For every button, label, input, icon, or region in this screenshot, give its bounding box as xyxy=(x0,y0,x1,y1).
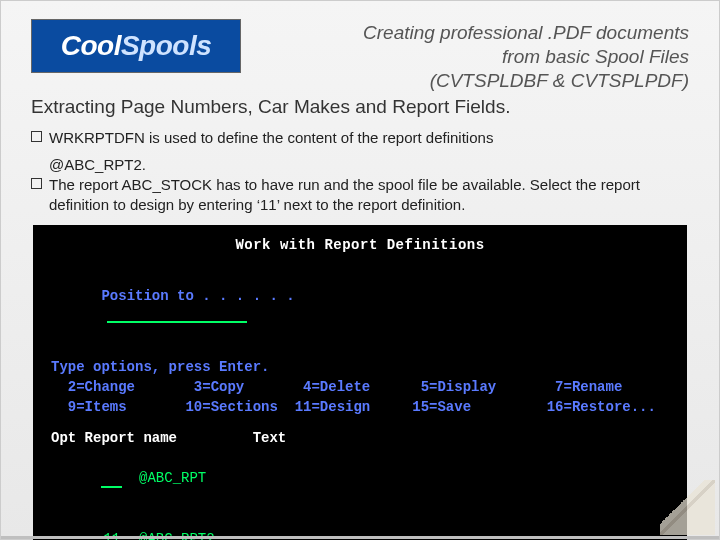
coolspools-logo: CoolSpools xyxy=(31,19,241,73)
spacer xyxy=(51,347,669,357)
bullet-2-text: The report ABC_STOCK has to have run and… xyxy=(49,175,689,216)
corner-decoration-icon xyxy=(660,480,715,535)
subtitle: Extracting Page Numbers, Car Makes and R… xyxy=(31,96,689,118)
bullet-1: WRKRPTDFN is used to define the content … xyxy=(31,128,689,148)
title-line3: (CVTSPLDBF & CVTSPLPDF) xyxy=(253,69,689,93)
position-input[interactable] xyxy=(107,309,247,323)
opt-input[interactable] xyxy=(101,470,122,488)
bullet-1-text: WRKRPTDFN is used to define the content … xyxy=(49,128,493,148)
table-row: 11 @ABC_RPT2 xyxy=(51,509,669,540)
column-headers: Opt Report name Text xyxy=(51,428,669,448)
header: CoolSpools Creating professional .PDF do… xyxy=(31,19,689,92)
logo-part1: Cool xyxy=(61,30,121,62)
terminal-title: Work with Report Definitions xyxy=(51,235,669,255)
report-name: @ABC_RPT2 xyxy=(139,531,215,540)
options-row-2: 9=Items 10=Sections 11=Design 15=Save 16… xyxy=(51,397,669,417)
opt-input[interactable]: 11 xyxy=(101,531,122,540)
options-row-1: 2=Change 3=Copy 4=Delete 5=Display 7=Ren… xyxy=(51,377,669,397)
bullet-1-indent: @ABC_RPT2. xyxy=(31,155,689,175)
terminal-screen: Work with Report Definitions Position to… xyxy=(33,225,687,540)
bullet-list: WRKRPTDFN is used to define the content … xyxy=(31,128,689,215)
title-line1: Creating professional .PDF documents xyxy=(253,21,689,45)
bullet-box-icon xyxy=(31,178,42,189)
position-row: Position to . . . . . . xyxy=(51,266,669,347)
table-row: @ABC_RPT xyxy=(51,448,669,509)
logo-part2: Spools xyxy=(121,30,211,62)
instructions: Type options, press Enter. xyxy=(51,357,669,377)
spacer xyxy=(51,418,669,428)
bullet-2: The report ABC_STOCK has to have run and… xyxy=(31,175,689,216)
title-block: Creating professional .PDF documents fro… xyxy=(253,19,689,92)
title-line2: from basic Spool Files xyxy=(253,45,689,69)
slide: CoolSpools Creating professional .PDF do… xyxy=(0,0,720,540)
report-name: @ABC_RPT xyxy=(139,470,206,486)
bullet-box-icon xyxy=(31,131,42,142)
position-label: Position to . . . . . . xyxy=(101,288,294,304)
